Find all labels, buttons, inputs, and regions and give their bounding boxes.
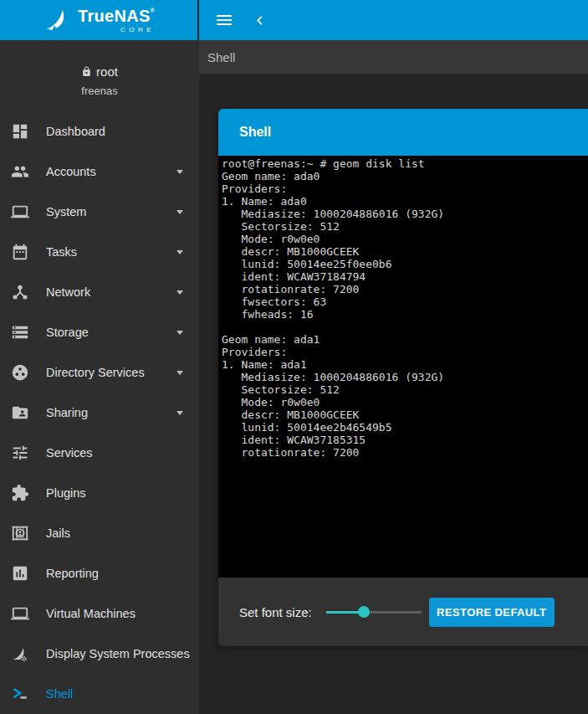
hostname: freenas bbox=[0, 85, 199, 97]
sidebar-item-label: Storage bbox=[46, 326, 89, 339]
sidebar-item-jails[interactable]: Jails bbox=[0, 513, 199, 553]
sidebar-item-directory-services[interactable]: Directory Services bbox=[0, 352, 199, 393]
sidebar-item-label: Sharing bbox=[46, 406, 88, 419]
sidebar-item-label: Display System Processes bbox=[46, 647, 190, 660]
user-block: root freenas bbox=[0, 40, 199, 97]
sidebar-item-label: Plugins bbox=[46, 486, 86, 500]
chevron-left-icon[interactable] bbox=[247, 8, 272, 33]
chevron-down-icon bbox=[176, 170, 183, 174]
calendar-icon bbox=[11, 243, 29, 261]
sidebar-item-label: Directory Services bbox=[46, 366, 145, 379]
terminal-icon bbox=[11, 685, 29, 703]
sidebar-item-label: Network bbox=[46, 285, 90, 299]
sidebar-item-network[interactable]: Network bbox=[0, 272, 199, 312]
bar-chart-icon bbox=[11, 564, 29, 583]
slider-thumb[interactable] bbox=[358, 606, 370, 618]
breadcrumb[interactable]: Shell bbox=[207, 50, 235, 64]
topbar-actions bbox=[199, 0, 588, 40]
page-title: Shell bbox=[239, 125, 271, 140]
chevron-down-icon bbox=[176, 250, 183, 254]
sidebar-item-services[interactable]: Services bbox=[0, 433, 199, 473]
sidebar-item-label: Tasks bbox=[46, 245, 77, 259]
truenas-fin-icon bbox=[43, 7, 70, 34]
group-work-icon bbox=[11, 363, 29, 382]
sidebar-item-storage[interactable]: Storage bbox=[0, 312, 199, 352]
lock-icon bbox=[81, 66, 92, 77]
computer-icon bbox=[11, 604, 29, 623]
jail-icon bbox=[11, 524, 29, 542]
sidebar-item-label: Jails bbox=[46, 527, 70, 540]
network-hub-icon bbox=[11, 283, 29, 301]
brand-subtitle: CORE bbox=[78, 27, 155, 33]
chevron-down-icon bbox=[176, 411, 183, 415]
chevron-down-icon bbox=[176, 210, 183, 214]
sidebar-item-virtual-machines[interactable]: Virtual Machines bbox=[0, 593, 199, 634]
topbar: TrueNAS® CORE bbox=[0, 0, 588, 40]
sidebar-item-plugins[interactable]: Plugins bbox=[0, 473, 199, 513]
folder-shared-icon bbox=[11, 403, 29, 422]
sidebar-item-shell[interactable]: Shell bbox=[0, 674, 199, 714]
menu-icon[interactable] bbox=[212, 8, 237, 33]
sidebar-item-label: Reporting bbox=[46, 567, 99, 580]
computer-icon bbox=[11, 203, 29, 221]
sidebar-item-accounts[interactable]: Accounts bbox=[0, 152, 199, 192]
brand-title: TrueNAS® bbox=[78, 7, 155, 25]
sidebar-item-label: Virtual Machines bbox=[46, 607, 135, 620]
sidebar-item-sharing[interactable]: Sharing bbox=[0, 393, 199, 433]
shell-card: Shell root@freenas:~ # geom disk list Ge… bbox=[218, 109, 588, 646]
shell-card-footer: Set font size: RESTORE DEFAULT bbox=[218, 578, 588, 646]
sidebar-item-label: Dashboard bbox=[46, 125, 105, 138]
brand-logo: TrueNAS® CORE bbox=[0, 0, 199, 40]
breadcrumb-bar: Shell bbox=[199, 40, 588, 74]
chevron-down-icon bbox=[176, 290, 183, 295]
username: root bbox=[81, 64, 118, 79]
tune-icon bbox=[11, 444, 29, 462]
chevron-down-icon bbox=[176, 331, 183, 335]
people-icon bbox=[11, 162, 29, 181]
chevron-down-icon bbox=[176, 371, 183, 375]
puzzle-icon bbox=[11, 484, 29, 502]
storage-icon bbox=[11, 323, 29, 342]
dashboard-icon bbox=[11, 122, 29, 141]
sidebar-item-display-system-processes[interactable]: Display System Processes bbox=[0, 634, 199, 674]
fin-gear-icon bbox=[11, 645, 29, 663]
font-size-label: Set font size: bbox=[239, 605, 312, 619]
restore-default-button[interactable]: RESTORE DEFAULT bbox=[429, 598, 555, 627]
trademark: ® bbox=[151, 8, 155, 13]
sidebar-item-label: Services bbox=[46, 446, 93, 460]
sidebar-nav: Dashboard Accounts System Tasks Network … bbox=[0, 111, 199, 714]
sidebar-item-system[interactable]: System bbox=[0, 192, 199, 232]
sidebar-item-label: Accounts bbox=[46, 165, 96, 178]
terminal-output[interactable]: root@freenas:~ # geom disk list Geom nam… bbox=[218, 156, 588, 578]
shell-card-header: Shell bbox=[218, 109, 588, 156]
sidebar-item-label: System bbox=[46, 205, 86, 218]
content-area: Shell root@freenas:~ # geom disk list Ge… bbox=[199, 74, 588, 714]
sidebar-item-dashboard[interactable]: Dashboard bbox=[0, 111, 199, 152]
sidebar: root freenas Dashboard Accounts System T… bbox=[0, 40, 199, 714]
sidebar-item-reporting[interactable]: Reporting bbox=[0, 553, 199, 593]
brand-text: TrueNAS® CORE bbox=[78, 8, 155, 33]
sidebar-item-label: Shell bbox=[46, 687, 73, 701]
font-size-slider[interactable] bbox=[326, 606, 422, 618]
sidebar-item-tasks[interactable]: Tasks bbox=[0, 232, 199, 272]
